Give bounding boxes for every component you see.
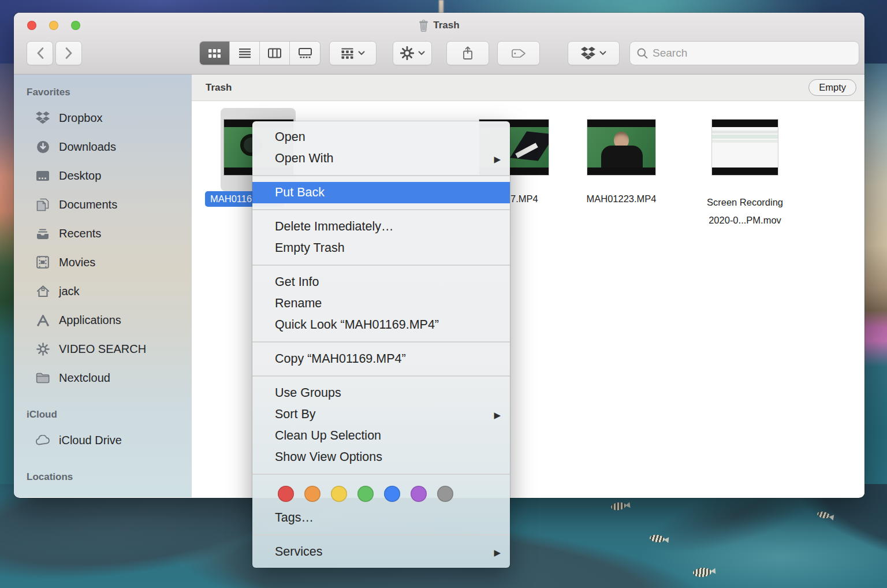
menu-item-quick-look[interactable]: Quick Look “MAH01169.MP4” — [252, 314, 510, 336]
movies-icon — [34, 256, 51, 269]
chevron-right-icon — [65, 47, 73, 59]
content-header: Trash Empty — [192, 75, 864, 101]
applications-icon — [34, 314, 51, 326]
menu-item-tags[interactable]: Tags… — [252, 507, 510, 529]
gear-icon — [34, 343, 51, 356]
menu-separator — [252, 375, 510, 377]
menu-separator — [252, 341, 510, 343]
sidebar-item-label: iCloud Drive — [59, 434, 122, 447]
documents-icon — [34, 198, 51, 211]
file-thumbnail-mah01223[interactable] — [587, 120, 655, 175]
search-icon — [637, 48, 648, 59]
sidebar-item-macbook[interactable]: Jack's MacBoo — [14, 488, 192, 497]
search-field[interactable] — [629, 41, 859, 65]
sidebar-item-documents[interactable]: Documents — [14, 190, 192, 219]
sidebar-item-label: Applications — [59, 314, 121, 327]
tag-purple[interactable] — [411, 486, 427, 502]
folder-icon — [34, 373, 51, 384]
desktop-icon — [34, 170, 51, 181]
sidebar-item-label: Movies — [59, 256, 95, 269]
grid-view-icon — [208, 49, 221, 58]
menu-item-rename[interactable]: Rename — [252, 293, 510, 314]
share-icon — [462, 46, 474, 60]
sidebar-item-label: jack — [59, 285, 80, 298]
chevron-down-icon — [418, 51, 425, 55]
menu-separator — [252, 534, 510, 535]
gallery-view-icon — [299, 48, 312, 58]
empty-trash-button[interactable]: Empty — [808, 79, 856, 96]
sidebar-item-label: Dropbox — [59, 111, 103, 125]
group-by-icon — [341, 48, 354, 59]
sidebar-item-label: Jack's MacBoo — [59, 496, 136, 498]
gallery-view-button[interactable] — [290, 42, 320, 65]
context-menu: Open Open With Put Back Delete Immediate… — [252, 121, 510, 568]
fish — [692, 567, 711, 578]
sidebar-item-video-search[interactable]: VIDEO SEARCH — [14, 334, 192, 363]
chevron-left-icon — [36, 47, 44, 59]
dropbox-toolbar-button[interactable] — [568, 41, 620, 65]
menu-separator — [252, 209, 510, 210]
menu-item-empty-trash[interactable]: Empty Trash — [252, 237, 510, 259]
sidebar-item-nextcloud[interactable]: Nextcloud — [14, 363, 192, 392]
group-by-button[interactable] — [329, 41, 377, 65]
cloud-icon — [34, 435, 51, 445]
menu-item-copy[interactable]: Copy “MAH01169.MP4” — [252, 348, 510, 370]
tag-yellow[interactable] — [331, 486, 347, 502]
sidebar-section-favorites: Favorites — [27, 84, 192, 101]
forward-button[interactable] — [55, 41, 82, 65]
menu-separator — [252, 265, 510, 266]
tag-red[interactable] — [278, 486, 294, 502]
icon-view-button[interactable] — [200, 42, 230, 65]
file-label-mah01223[interactable]: MAH01223.MP4 — [571, 193, 672, 204]
tag-icon — [511, 49, 526, 58]
file-thumbnail-screen-recording[interactable] — [712, 120, 778, 175]
menu-item-sort-by[interactable]: Sort By — [252, 404, 510, 425]
menu-item-open[interactable]: Open — [252, 126, 510, 148]
tag-green[interactable] — [357, 486, 374, 502]
sidebar-item-movies[interactable]: Movies — [14, 248, 192, 277]
sidebar-section-locations: Locations — [27, 468, 192, 486]
tag-button[interactable] — [497, 41, 540, 65]
file-label-screen-recording[interactable]: Screen Recording 2020-0...PM.mov — [693, 193, 797, 229]
tag-orange[interactable] — [304, 486, 320, 502]
sidebar-item-label: Documents — [59, 198, 117, 211]
search-input[interactable] — [653, 47, 852, 59]
column-view-button[interactable] — [260, 42, 290, 65]
list-view-button[interactable] — [230, 42, 260, 65]
sidebar-section-icloud: iCloud — [27, 406, 192, 423]
menu-item-open-with[interactable]: Open With — [252, 148, 510, 169]
tag-color-row — [252, 481, 510, 507]
sidebar-item-applications[interactable]: Applications — [14, 306, 192, 334]
sidebar-item-desktop[interactable]: Desktop — [14, 161, 192, 190]
home-icon — [34, 285, 51, 297]
menu-item-get-info[interactable]: Get Info — [252, 271, 510, 293]
menu-separator — [252, 175, 510, 176]
downloads-icon — [34, 140, 51, 154]
file-label-partial[interactable]: 7.MP4 — [510, 193, 538, 204]
sidebar-item-downloads[interactable]: Downloads — [14, 132, 192, 161]
fish — [610, 501, 627, 511]
share-button[interactable] — [446, 41, 489, 65]
back-button[interactable] — [27, 41, 53, 65]
tag-blue[interactable] — [384, 486, 400, 502]
column-view-icon — [268, 48, 281, 58]
sidebar-item-dropbox[interactable]: Dropbox — [14, 103, 192, 132]
menu-item-use-groups[interactable]: Use Groups — [252, 382, 510, 404]
sidebar-item-icloud-drive[interactable]: iCloud Drive — [14, 426, 192, 455]
sidebar-item-home-jack[interactable]: jack — [14, 277, 192, 306]
menu-item-clean-up-selection[interactable]: Clean Up Selection — [252, 425, 510, 446]
tag-gray[interactable] — [437, 486, 453, 502]
action-menu-button[interactable] — [393, 41, 432, 65]
menu-item-put-back[interactable]: Put Back — [252, 182, 510, 203]
menu-item-delete-immediately[interactable]: Delete Immediately… — [252, 216, 510, 237]
chevron-down-icon — [599, 51, 606, 55]
titlebar-toolbar: Trash — [14, 13, 864, 75]
recents-icon — [34, 228, 51, 240]
sidebar-item-recents[interactable]: Recents — [14, 219, 192, 248]
sidebar-item-label: Downloads — [59, 140, 116, 154]
dropbox-icon — [581, 47, 595, 60]
menu-item-services[interactable]: Services — [252, 541, 510, 563]
menu-item-show-view-options[interactable]: Show View Options — [252, 446, 510, 468]
submenu-arrow-icon — [494, 407, 501, 422]
submenu-arrow-icon — [494, 545, 501, 559]
